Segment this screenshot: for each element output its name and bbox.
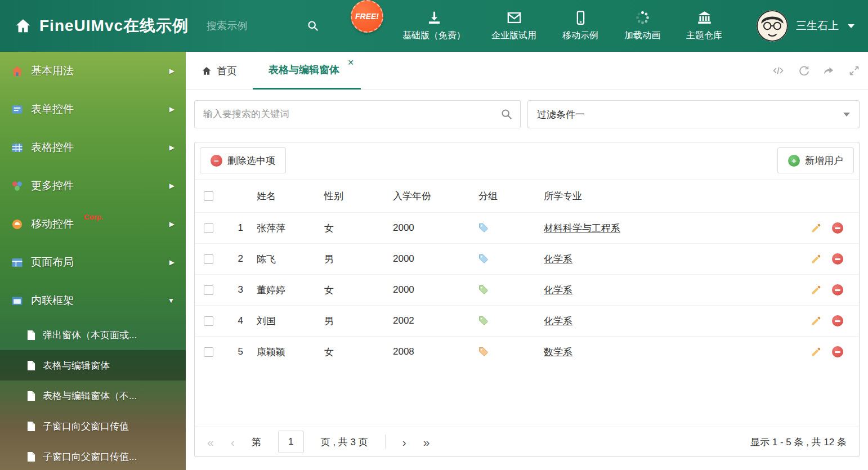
column-name: 姓名 — [243, 190, 315, 203]
minus-circle-icon: − — [211, 155, 222, 167]
major-link[interactable]: 材料科学与工程系 — [544, 223, 620, 234]
chevron-right-icon: ▶ — [169, 105, 175, 113]
free-badge: FREE! — [351, 0, 383, 33]
add-user-label: 新增用户 — [805, 154, 843, 167]
sidebar-item-basic-usage[interactable]: 基本用法 ▶ — [0, 52, 186, 90]
row-checkbox[interactable] — [204, 254, 213, 264]
column-year: 入学年份 — [382, 190, 467, 203]
table-row: 1 张萍萍 女 2000 材料科学与工程系 — [195, 212, 859, 243]
table-header: 姓名 性别 入学年份 分组 所学专业 — [195, 180, 859, 212]
nav-basic-version[interactable]: 基础版（免费） — [402, 10, 466, 42]
major-link[interactable]: 数学系 — [544, 347, 572, 357]
page-number-input[interactable] — [278, 431, 304, 453]
sidebar-subitem-child-to-parent[interactable]: 子窗口向父窗口传值 — [0, 411, 186, 441]
row-name: 张萍萍 — [243, 222, 315, 235]
plus-circle-icon: + — [788, 155, 800, 167]
nav-label: 加载动画 — [624, 30, 660, 42]
row-gender: 男 — [315, 315, 382, 328]
prev-page-icon[interactable]: ‹ — [231, 436, 235, 448]
chevron-right-icon: ▶ — [169, 258, 175, 266]
home-icon[interactable] — [15, 17, 32, 34]
search-icon[interactable] — [307, 20, 319, 32]
column-group: 分组 — [467, 190, 530, 203]
grid-panel: − 删除选中项 + 新增用户 姓名 性别 入学年份 分组 所学专业 — [194, 142, 860, 457]
row-name: 陈飞 — [243, 253, 315, 266]
avatar — [757, 10, 788, 42]
spinner-icon — [635, 10, 650, 25]
sidebar-subitem-child-to-parent-2[interactable]: 子窗口向父窗口传值... — [0, 441, 186, 470]
tag-icon — [467, 223, 530, 233]
sidebar-subitem-grid-edit-window[interactable]: 表格与编辑窗体 — [0, 350, 186, 381]
download-icon — [427, 10, 442, 25]
row-checkbox[interactable] — [204, 223, 213, 233]
delete-selected-button[interactable]: − 删除选中项 — [200, 147, 286, 173]
user-menu[interactable]: 三生石上 — [757, 10, 858, 42]
sidebar-item-iframe[interactable]: 内联框架 ▼ — [0, 281, 186, 320]
sidebar-item-page-layout[interactable]: 页面布局 ▶ — [0, 243, 186, 281]
sidebar-item-mobile-controls[interactable]: 移动控件 Corp. ▶ — [0, 205, 186, 243]
keyword-search-input[interactable] — [195, 101, 520, 128]
nav-theme-store[interactable]: 主题仓库 — [686, 10, 722, 42]
record-summary: 显示 1 - 5 条 , 共 12 条 — [750, 436, 847, 449]
nav-enterprise-trial[interactable]: 企业版试用 — [491, 10, 536, 42]
edit-icon[interactable] — [811, 315, 822, 326]
sidebar-subitem-popup-window[interactable]: 弹出窗体（本页面或... — [0, 320, 186, 350]
major-link[interactable]: 化学系 — [544, 285, 572, 296]
delete-icon[interactable] — [832, 222, 843, 234]
tag-icon — [467, 347, 530, 357]
delete-icon[interactable] — [832, 346, 843, 357]
major-link[interactable]: 化学系 — [544, 316, 572, 326]
share-icon[interactable] — [823, 65, 835, 77]
sidebar-item-label: 更多控件 — [31, 178, 74, 193]
header-search-input[interactable] — [207, 20, 291, 32]
last-page-icon[interactable]: » — [423, 436, 430, 448]
sidebar-subitem-grid-edit-window-2[interactable]: 表格与编辑窗体（不... — [0, 381, 186, 411]
sidebar-item-label: 表格控件 — [31, 140, 74, 155]
edit-icon[interactable] — [811, 222, 822, 234]
edit-icon[interactable] — [811, 284, 822, 296]
tab-close-icon[interactable]: ✕ — [347, 59, 354, 66]
row-gender: 女 — [315, 284, 382, 297]
row-checkbox[interactable] — [204, 316, 213, 326]
table-row: 4 刘国 男 2002 化学系 — [195, 305, 859, 336]
next-page-icon[interactable]: › — [402, 436, 406, 448]
nav-label: 主题仓库 — [686, 30, 722, 42]
row-checkbox[interactable] — [204, 285, 213, 295]
nav-label: 移动示例 — [562, 30, 598, 42]
sidebar-item-grid-controls[interactable]: 表格控件 ▶ — [0, 128, 186, 167]
mobile-icon — [573, 10, 588, 25]
sidebar-item-form-controls[interactable]: 表单控件 ▶ — [0, 90, 186, 128]
table-row: 3 董婷婷 女 2000 化学系 — [195, 274, 859, 305]
filter-dropdown[interactable]: 过滤条件一 — [527, 100, 860, 128]
select-all-checkbox[interactable] — [204, 191, 213, 201]
edit-icon[interactable] — [811, 346, 822, 357]
delete-icon[interactable] — [832, 284, 843, 296]
row-name: 董婷婷 — [243, 284, 315, 297]
refresh-icon[interactable] — [798, 65, 809, 77]
sidebar-subitem-label: 子窗口向父窗口传值 — [43, 420, 129, 433]
code-icon[interactable] — [772, 65, 784, 77]
table-row: 5 康颖颖 女 2008 数学系 — [195, 336, 859, 367]
sidebar-item-more-controls[interactable]: 更多控件 ▶ — [0, 167, 186, 205]
sidebar-subitem-label: 子窗口向父窗口传值... — [43, 450, 137, 463]
tab-grid-edit-window[interactable]: 表格与编辑窗体 ✕ — [253, 52, 361, 89]
tab-home[interactable]: 首页 — [186, 52, 253, 89]
nav-loading-animation[interactable]: 加载动画 — [624, 10, 660, 42]
expand-icon[interactable] — [848, 65, 860, 77]
search-icon[interactable] — [500, 108, 513, 120]
chevron-right-icon: ▶ — [169, 220, 175, 228]
row-year: 2000 — [382, 284, 467, 296]
app-title: FineUIMvc在线示例 — [39, 15, 189, 37]
edit-icon[interactable] — [811, 253, 822, 265]
nav-label: 基础版（免费） — [402, 30, 466, 42]
delete-icon[interactable] — [832, 315, 843, 326]
delete-icon[interactable] — [832, 253, 843, 265]
sidebar-subitem-label: 表格与编辑窗体（不... — [43, 390, 137, 402]
add-user-button[interactable]: + 新增用户 — [777, 147, 854, 173]
grid-toolbar: − 删除选中项 + 新增用户 — [195, 142, 859, 180]
nav-mobile-demo[interactable]: 移动示例 — [562, 10, 598, 42]
row-checkbox[interactable] — [204, 347, 213, 357]
first-page-icon[interactable]: « — [207, 436, 214, 448]
major-link[interactable]: 化学系 — [544, 254, 572, 265]
chevron-right-icon: ▶ — [169, 144, 175, 151]
